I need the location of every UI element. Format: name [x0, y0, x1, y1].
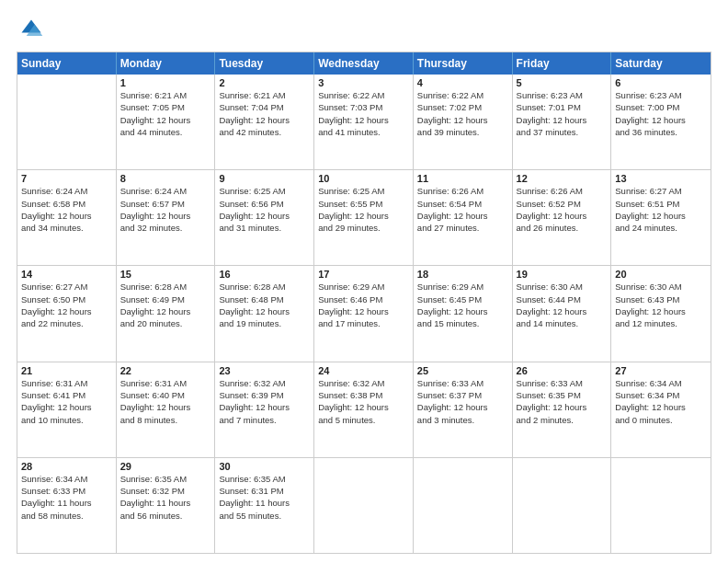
cell-info-line: Daylight: 12 hours [517, 114, 608, 126]
cell-info-line: Daylight: 12 hours [120, 210, 211, 222]
cell-info-line: Daylight: 12 hours [21, 210, 112, 222]
cell-info-line: Sunrise: 6:26 AM [417, 185, 508, 197]
day-number: 20 [615, 269, 707, 280]
cell-info-line: Sunrise: 6:27 AM [21, 281, 112, 293]
cell-info-line: Sunrise: 6:34 AM [615, 377, 707, 389]
day-number: 12 [517, 173, 608, 184]
cell-info-line: Daylight: 12 hours [615, 305, 707, 317]
cell-info-line: Sunset: 6:31 PM [219, 485, 310, 497]
day-number: 30 [219, 461, 310, 472]
cal-week-5: 28Sunrise: 6:34 AMSunset: 6:33 PMDayligh… [17, 458, 711, 553]
cal-cell-empty [414, 458, 513, 553]
cell-info-line: Sunset: 6:54 PM [417, 198, 508, 210]
cell-info-line: Sunrise: 6:22 AM [318, 89, 409, 101]
cal-header-thursday: Thursday [414, 52, 513, 75]
calendar-header-row: SundayMondayTuesdayWednesdayThursdayFrid… [17, 52, 711, 75]
cell-info-line: and 24 minutes. [615, 222, 707, 234]
cal-cell-day-18: 18Sunrise: 6:29 AMSunset: 6:45 PMDayligh… [414, 266, 513, 361]
day-number: 8 [120, 173, 211, 184]
cell-info-line: Sunrise: 6:32 AM [219, 377, 310, 389]
cell-info-line: Sunset: 6:39 PM [219, 389, 310, 401]
cell-info-line: Sunset: 6:41 PM [21, 389, 112, 401]
cell-info-line: and 15 minutes. [417, 317, 508, 329]
cell-info-line: Daylight: 12 hours [417, 114, 508, 126]
day-number: 25 [417, 365, 508, 376]
cal-header-friday: Friday [513, 52, 612, 75]
cell-info-line: Sunrise: 6:31 AM [21, 377, 112, 389]
cell-info-line: Sunrise: 6:32 AM [318, 377, 409, 389]
cal-cell-day-9: 9Sunrise: 6:25 AMSunset: 6:56 PMDaylight… [215, 170, 314, 265]
cell-info-line: and 37 minutes. [517, 126, 608, 138]
cell-info-line: Sunrise: 6:35 AM [219, 473, 310, 485]
cell-info-line: Sunset: 6:58 PM [21, 198, 112, 210]
cell-info-line: and 31 minutes. [219, 222, 310, 234]
day-number: 1 [120, 77, 211, 88]
cal-cell-day-11: 11Sunrise: 6:26 AMSunset: 6:54 PMDayligh… [414, 170, 513, 265]
cell-info-line: Sunset: 6:48 PM [219, 293, 310, 305]
cell-info-line: Daylight: 11 hours [120, 497, 211, 509]
cell-info-line: Sunset: 6:45 PM [417, 293, 508, 305]
cell-info-line: Daylight: 12 hours [120, 401, 211, 413]
day-number: 3 [318, 77, 409, 88]
cell-info-line: Sunrise: 6:23 AM [615, 89, 707, 101]
day-number: 27 [615, 365, 707, 376]
cell-info-line: Daylight: 12 hours [318, 114, 409, 126]
cal-cell-day-25: 25Sunrise: 6:33 AMSunset: 6:37 PMDayligh… [414, 362, 513, 457]
cal-cell-day-7: 7Sunrise: 6:24 AMSunset: 6:58 PMDaylight… [17, 170, 117, 265]
cal-cell-day-19: 19Sunrise: 6:30 AMSunset: 6:44 PMDayligh… [513, 266, 612, 361]
cell-info-line: Sunrise: 6:28 AM [219, 281, 310, 293]
day-number: 17 [318, 269, 409, 280]
cell-info-line: and 41 minutes. [318, 126, 409, 138]
cell-info-line: Sunrise: 6:33 AM [517, 377, 608, 389]
cell-info-line: Sunset: 6:50 PM [21, 293, 112, 305]
cal-cell-day-15: 15Sunrise: 6:28 AMSunset: 6:49 PMDayligh… [117, 266, 216, 361]
cell-info-line: Daylight: 12 hours [219, 401, 310, 413]
cell-info-line: Sunset: 6:44 PM [517, 293, 608, 305]
day-number: 10 [318, 173, 409, 184]
cell-info-line: and 2 minutes. [517, 414, 608, 426]
cal-header-sunday: Sunday [17, 52, 117, 75]
cell-info-line: and 42 minutes. [219, 126, 310, 138]
day-number: 23 [219, 365, 310, 376]
day-number: 29 [120, 461, 211, 472]
cell-info-line: Daylight: 12 hours [417, 401, 508, 413]
cell-info-line: and 26 minutes. [517, 222, 608, 234]
cell-info-line: Daylight: 12 hours [417, 210, 508, 222]
cell-info-line: and 55 minutes. [219, 510, 310, 522]
cal-week-2: 7Sunrise: 6:24 AMSunset: 6:58 PMDaylight… [17, 170, 711, 266]
cell-info-line: Sunset: 6:35 PM [517, 389, 608, 401]
cal-cell-empty [314, 458, 414, 553]
day-number: 18 [417, 269, 508, 280]
cell-info-line: Sunrise: 6:29 AM [318, 281, 409, 293]
cell-info-line: Daylight: 12 hours [318, 305, 409, 317]
cell-info-line: Sunset: 6:32 PM [120, 485, 211, 497]
cell-info-line: Sunset: 6:37 PM [417, 389, 508, 401]
cell-info-line: and 29 minutes. [318, 222, 409, 234]
cal-cell-day-23: 23Sunrise: 6:32 AMSunset: 6:39 PMDayligh… [215, 362, 314, 457]
cell-info-line: Daylight: 11 hours [21, 497, 112, 509]
cell-info-line: and 32 minutes. [120, 222, 211, 234]
cell-info-line: and 39 minutes. [417, 126, 508, 138]
cell-info-line: Sunset: 7:04 PM [219, 101, 310, 113]
cal-cell-day-22: 22Sunrise: 6:31 AMSunset: 6:40 PMDayligh… [117, 362, 216, 457]
cell-info-line: and 7 minutes. [219, 414, 310, 426]
day-number: 7 [21, 173, 112, 184]
cell-info-line: and 8 minutes. [120, 414, 211, 426]
cell-info-line: Sunset: 7:01 PM [517, 101, 608, 113]
cell-info-line: Sunset: 6:52 PM [517, 198, 608, 210]
cal-cell-day-29: 29Sunrise: 6:35 AMSunset: 6:32 PMDayligh… [117, 458, 216, 553]
cell-info-line: Daylight: 12 hours [318, 401, 409, 413]
cal-cell-day-13: 13Sunrise: 6:27 AMSunset: 6:51 PMDayligh… [611, 170, 711, 265]
cell-info-line: and 3 minutes. [417, 414, 508, 426]
cal-cell-day-21: 21Sunrise: 6:31 AMSunset: 6:41 PMDayligh… [17, 362, 117, 457]
day-number: 15 [120, 269, 211, 280]
cell-info-line: Sunrise: 6:35 AM [120, 473, 211, 485]
cell-info-line: Daylight: 12 hours [318, 210, 409, 222]
cal-header-saturday: Saturday [611, 52, 711, 75]
cal-cell-day-12: 12Sunrise: 6:26 AMSunset: 6:52 PMDayligh… [513, 170, 612, 265]
cell-info-line: Sunrise: 6:26 AM [517, 185, 608, 197]
day-number: 28 [21, 461, 112, 472]
cell-info-line: Sunset: 6:51 PM [615, 198, 707, 210]
day-number: 21 [21, 365, 112, 376]
cell-info-line: Sunrise: 6:23 AM [517, 89, 608, 101]
